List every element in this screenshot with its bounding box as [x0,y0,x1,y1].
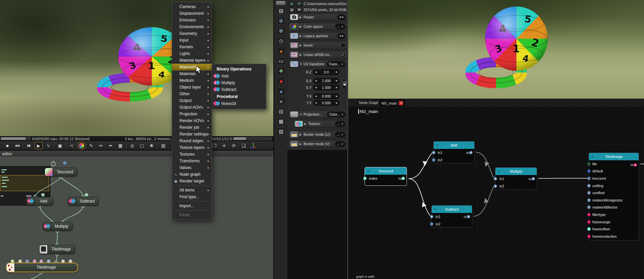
photo2-icon[interactable]: ▧ [277,127,285,135]
menu-item-render-settings[interactable]: Render settings ▸ [172,131,212,137]
menu-separator[interactable] [172,200,212,203]
prop-row-invert[interactable]: ▶ Invert: [289,42,347,49]
port-out[interactable]: out [528,175,533,182]
settings-button[interactable]: ⚒ [296,7,302,12]
disclosure-icon[interactable]: ▶ [300,35,304,38]
port-dot[interactable] [587,213,591,216]
menu-item-all-items[interactable]: All items ▸ [172,187,212,193]
frameoffset[interactable]: frameoffset [589,225,639,233]
strip-handle[interactable] [276,1,285,5]
editor-node-multiply[interactable]: × Multiply [43,222,72,231]
antialias-icon[interactable]: Aƒ [68,142,76,149]
eyedropper-icon[interactable]: ✎ [87,142,95,149]
menu-item-other[interactable]: Other ▸ [172,91,212,97]
graph-node-multiply[interactable]: Multiply in1 in2 out [495,167,537,189]
pause-icon[interactable]: ▮▮ [25,142,33,149]
projection-dropdown[interactable]: Color...▼ [327,112,345,117]
port-dot[interactable] [532,177,535,180]
burst-icon[interactable]: ❋ [148,142,156,149]
menu-item-input[interactable]: Input ▸ [172,37,212,44]
menu-item-find-type[interactable]: Find type... [172,193,212,200]
rewind-icon[interactable]: ◀◀ [13,142,21,149]
port-out[interactable]: out [398,175,403,182]
submenu-item-multiply[interactable]: × Multiply [212,79,266,86]
sep[interactable] [54,143,54,149]
prop-row-projection[interactable]: ▼ Projection:... Color...▼ [289,111,347,118]
sync-icon[interactable]: ⟳ [230,142,238,149]
port-dot[interactable] [587,191,591,194]
port-out[interactable]: out [464,213,469,220]
graph-node-tiledimage[interactable]: Tiledimage out file default texco [589,153,639,240]
play-icon[interactable]: ▶ [35,142,43,149]
disclosure-icon[interactable]: ▶ [300,133,304,136]
node-graph-canvas[interactable]: NG_main graph is valid. Texcoord [348,107,644,279]
submenu-item-subtract[interactable]: − Subtract [212,86,266,93]
port-dot[interactable] [469,151,473,154]
disclosure-icon[interactable]: ▶ [300,16,304,19]
port-dot[interactable] [430,215,433,218]
editor-node-texcoord[interactable]: Texcoord [45,168,77,176]
fill-region-icon[interactable]: ▦ [116,142,124,149]
render-viewport-right[interactable] [348,0,644,99]
graph-node-subtract[interactable]: Subtract in1 in2 out [431,205,472,227]
pen-icon[interactable]: ✒ [107,142,115,149]
photo-icon[interactable]: ▦ [277,117,285,125]
layers-icon[interactable]: ≡ [277,97,285,105]
menu-item-cameras[interactable]: Cameras ▸ [172,3,212,10]
port-dot[interactable] [587,169,591,173]
menu-item-materialx[interactable]: MaterialX ▸ [172,64,212,70]
port-dot[interactable] [467,215,470,218]
tab-ng-main[interactable]: NG_main × [378,99,406,107]
menu-item-import[interactable]: Import... [172,203,212,209]
sx-stepper[interactable]: ◀1.000▶ [313,78,339,83]
port-in2[interactable]: in2 [432,220,472,228]
pencil-icon[interactable]: ✏ [97,142,105,149]
submenu-item-noise2d[interactable]: Noise2d [212,100,266,107]
prop-row-uv-transform[interactable]: ▼ UV transform Trans...▼ [289,60,347,68]
port-dot[interactable] [587,184,591,187]
editor-node-add[interactable]: + Add [26,197,53,206]
realworldtilesize[interactable]: realworldtilesize [589,204,639,211]
sep[interactable] [126,143,126,149]
port-dot[interactable] [587,206,591,209]
prop-row-color-space[interactable]: ▶ Color space: ...▼ [289,23,347,30]
menu-item-emission[interactable]: Emission ▸ [172,17,212,23]
framerange[interactable]: framerange [589,218,639,226]
menu-separator[interactable] [172,184,212,187]
sep[interactable] [66,143,66,149]
port-in2[interactable]: in2 [495,182,537,190]
material-icon[interactable]: ■ [277,77,285,85]
menu-separator[interactable] [172,209,212,212]
menu-item-kernels[interactable]: Kernels ▸ [172,44,212,50]
menu-item-round-edges[interactable]: Round edges ▸ [172,137,212,144]
disclosure-icon[interactable]: ▶ [304,122,308,125]
port-dot[interactable] [587,162,591,166]
menu-item-medium[interactable]: Medium ▸ [172,77,212,84]
frameendaction[interactable]: frameendaction [589,233,639,240]
menu-item-output-aovs[interactable]: Output AOVs ▸ [172,104,212,111]
axes-gizmo-icon[interactable] [249,142,257,149]
menu-item-transforms[interactable]: Transforms ▸ [172,158,212,164]
history-icon[interactable]: ◷ [277,37,285,45]
colorwheel-icon[interactable] [79,143,84,148]
stop-icon[interactable]: ■ [3,142,11,149]
menu-item-render-aovs[interactable]: Render AOVs ▸ [172,117,212,124]
port-dot[interactable] [494,184,497,188]
add-item-icon[interactable]: ✚ [277,67,285,75]
frame-icon[interactable]: ▭ [277,57,285,65]
prop-row-power[interactable]: ▶ Power: ◀▶ [289,13,347,21]
uvoffset[interactable]: uvoffset [589,189,639,197]
prop-row-border-u[interactable]: ▶ Border mode (U): ...▼ [289,131,347,138]
menu-item-textures[interactable]: Textures ▸ [172,151,212,158]
port-dot[interactable] [587,220,591,224]
menu-item-lights[interactable]: Lights ▸ [172,50,212,57]
port-dot[interactable] [587,227,591,231]
file[interactable]: file [589,160,639,168]
filtertype[interactable]: filtertype [589,211,639,218]
prop-row-linear-srgb[interactable]: ▶ Linear sRGB inv... ✓ [289,51,347,58]
prop-row-legacy-gamma[interactable]: ▶ Legacy gamma: ◀▶ [289,32,347,40]
border-v-dropdown[interactable]: ...▼ [335,141,345,147]
ty-stepper[interactable]: ◀0.000▶ [313,100,339,106]
menu-item-material-layers[interactable]: Material layers ▸ [172,57,212,64]
globe-icon[interactable]: ⊕ [277,17,285,25]
